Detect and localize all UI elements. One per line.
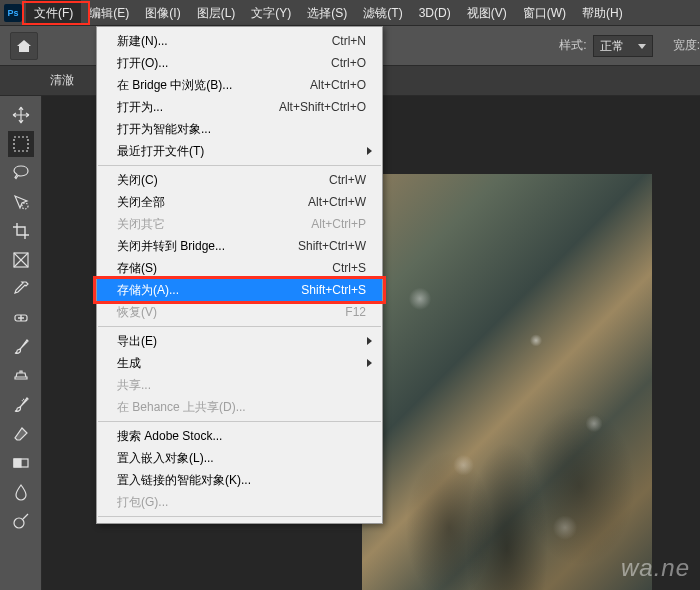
menu-item-label: 搜索 Adobe Stock... bbox=[117, 428, 366, 445]
menu-select[interactable]: 选择(S) bbox=[299, 0, 355, 26]
menu-item-shortcut: Ctrl+W bbox=[329, 173, 366, 187]
menu-item[interactable]: 关闭并转到 Bridge...Shift+Ctrl+W bbox=[97, 235, 382, 257]
frame-tool[interactable] bbox=[8, 247, 34, 273]
move-tool[interactable] bbox=[8, 102, 34, 128]
menu-item: 关闭其它Alt+Ctrl+P bbox=[97, 213, 382, 235]
menu-item[interactable]: 打开为智能对象... bbox=[97, 118, 382, 140]
svg-rect-5 bbox=[14, 459, 21, 467]
menu-item-label: 置入嵌入对象(L)... bbox=[117, 450, 366, 467]
menu-item-shortcut: Alt+Ctrl+O bbox=[310, 78, 366, 92]
menu-item-shortcut: Ctrl+O bbox=[331, 56, 366, 70]
menu-type[interactable]: 文字(Y) bbox=[243, 0, 299, 26]
menu-item[interactable]: 置入链接的智能对象(K)... bbox=[97, 469, 382, 491]
menu-item-label: 置入链接的智能对象(K)... bbox=[117, 472, 366, 489]
menubar: Ps 文件(F)编辑(E)图像(I)图层(L)文字(Y)选择(S)滤镜(T)3D… bbox=[0, 0, 700, 26]
home-button[interactable] bbox=[10, 32, 38, 60]
width-label: 宽度: bbox=[673, 37, 700, 54]
eraser-tool[interactable] bbox=[8, 421, 34, 447]
lasso-tool[interactable] bbox=[8, 160, 34, 186]
menu-item[interactable]: 关闭(C)Ctrl+W bbox=[97, 169, 382, 191]
menu-layer[interactable]: 图层(L) bbox=[189, 0, 244, 26]
menu-item-label: 在 Bridge 中浏览(B)... bbox=[117, 77, 310, 94]
menu-item-shortcut: F12 bbox=[345, 305, 366, 319]
menu-item[interactable]: 最近打开文件(T) bbox=[97, 140, 382, 162]
menu-item[interactable]: 置入嵌入对象(L)... bbox=[97, 447, 382, 469]
blur-tool[interactable] bbox=[8, 479, 34, 505]
menu-window[interactable]: 窗口(W) bbox=[515, 0, 574, 26]
document-tab[interactable]: 清澈 bbox=[50, 72, 74, 89]
menu-item-label: 共享... bbox=[117, 377, 366, 394]
menu-item[interactable]: 打开为...Alt+Shift+Ctrl+O bbox=[97, 96, 382, 118]
menu-edit[interactable]: 编辑(E) bbox=[81, 0, 137, 26]
toolbox bbox=[0, 96, 42, 590]
quick-select-tool[interactable] bbox=[8, 189, 34, 215]
menu-item-label: 关闭(C) bbox=[117, 172, 329, 189]
menu-item-shortcut: Alt+Shift+Ctrl+O bbox=[279, 100, 366, 114]
menu-item-label: 存储(S) bbox=[117, 260, 332, 277]
svg-rect-0 bbox=[14, 137, 28, 151]
menu-item-label: 打开为... bbox=[117, 99, 279, 116]
svg-point-6 bbox=[14, 518, 24, 528]
healing-brush-tool[interactable] bbox=[8, 305, 34, 331]
menu-item[interactable]: 存储(S)Ctrl+S bbox=[97, 257, 382, 279]
menu-item[interactable]: 新建(N)...Ctrl+N bbox=[97, 30, 382, 52]
style-value: 正常 bbox=[600, 39, 624, 53]
menu-item-label: 恢复(V) bbox=[117, 304, 345, 321]
menu-filter[interactable]: 滤镜(T) bbox=[355, 0, 410, 26]
svg-point-1 bbox=[22, 203, 28, 209]
menu-item-label: 生成 bbox=[117, 355, 366, 372]
style-label: 样式: bbox=[559, 37, 586, 54]
menu-item[interactable]: 关闭全部Alt+Ctrl+W bbox=[97, 191, 382, 213]
clone-stamp-tool[interactable] bbox=[8, 363, 34, 389]
menu-item-label: 关闭全部 bbox=[117, 194, 308, 211]
menu-item[interactable]: 生成 bbox=[97, 352, 382, 374]
menu-view[interactable]: 视图(V) bbox=[459, 0, 515, 26]
menu-item-label: 导出(E) bbox=[117, 333, 366, 350]
dodge-tool[interactable] bbox=[8, 508, 34, 534]
marquee-tool[interactable] bbox=[8, 131, 34, 157]
menu-item-label: 打开(O)... bbox=[117, 55, 331, 72]
brush-tool[interactable] bbox=[8, 334, 34, 360]
menu-item[interactable]: 在 Bridge 中浏览(B)...Alt+Ctrl+O bbox=[97, 74, 382, 96]
menu-item: 打包(G)... bbox=[97, 491, 382, 513]
style-select[interactable]: 正常 bbox=[593, 35, 653, 57]
menu-item-label: 最近打开文件(T) bbox=[117, 143, 366, 160]
menu-item-shortcut: Alt+Ctrl+P bbox=[311, 217, 366, 231]
menu-help[interactable]: 帮助(H) bbox=[574, 0, 631, 26]
menu-item-shortcut: Alt+Ctrl+W bbox=[308, 195, 366, 209]
menu-item-label: 新建(N)... bbox=[117, 33, 332, 50]
menu-item-label: 打开为智能对象... bbox=[117, 121, 366, 138]
menu-item: 恢复(V)F12 bbox=[97, 301, 382, 323]
menu-item: 在 Behance 上共享(D)... bbox=[97, 396, 382, 418]
gradient-tool[interactable] bbox=[8, 450, 34, 476]
menu-item: 共享... bbox=[97, 374, 382, 396]
menu-item-shortcut: Shift+Ctrl+S bbox=[301, 283, 366, 297]
menu-separator bbox=[98, 516, 381, 517]
menu-item-shortcut: Ctrl+S bbox=[332, 261, 366, 275]
menu-separator bbox=[98, 421, 381, 422]
menu-3d[interactable]: 3D(D) bbox=[411, 0, 459, 26]
menu-item-label: 在 Behance 上共享(D)... bbox=[117, 399, 366, 416]
menu-file[interactable]: 文件(F) bbox=[26, 0, 81, 26]
menu-item-shortcut: Ctrl+N bbox=[332, 34, 366, 48]
watermark: wa.ne bbox=[621, 554, 690, 582]
document-image[interactable] bbox=[362, 174, 652, 590]
menu-item[interactable]: 搜索 Adobe Stock... bbox=[97, 425, 382, 447]
file-menu-dropdown: 新建(N)...Ctrl+N打开(O)...Ctrl+O在 Bridge 中浏览… bbox=[96, 26, 383, 524]
menu-image[interactable]: 图像(I) bbox=[137, 0, 188, 26]
home-icon bbox=[17, 40, 31, 52]
menu-item[interactable]: 打开(O)...Ctrl+O bbox=[97, 52, 382, 74]
eyedropper-tool[interactable] bbox=[8, 276, 34, 302]
menu-item-label: 关闭其它 bbox=[117, 216, 311, 233]
menu-separator bbox=[98, 326, 381, 327]
menu-item-label: 存储为(A)... bbox=[117, 282, 301, 299]
menu-item-label: 打包(G)... bbox=[117, 494, 366, 511]
history-brush-tool[interactable] bbox=[8, 392, 34, 418]
menu-item-shortcut: Shift+Ctrl+W bbox=[298, 239, 366, 253]
crop-tool[interactable] bbox=[8, 218, 34, 244]
menu-item[interactable]: 导出(E) bbox=[97, 330, 382, 352]
menu-separator bbox=[98, 165, 381, 166]
app-logo: Ps bbox=[4, 4, 22, 22]
menu-item-label: 关闭并转到 Bridge... bbox=[117, 238, 298, 255]
menu-item[interactable]: 存储为(A)...Shift+Ctrl+S bbox=[97, 279, 382, 301]
